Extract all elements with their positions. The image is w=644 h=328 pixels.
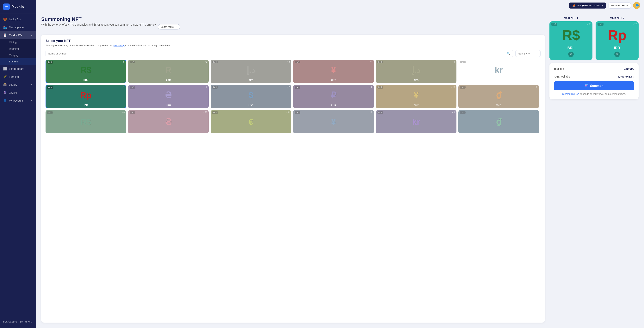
nft-card-uah[interactable]: Lv 1 ↗ 2 ₴ UAH xyxy=(128,85,209,108)
card-label: UAH xyxy=(166,104,171,107)
total-fee-row: Total fee 320,000 xyxy=(554,67,634,70)
card-badge-count: ↗ 5 xyxy=(534,61,538,63)
left-panel: Summoning NFT With the synergy of 2 NFTs… xyxy=(41,16,545,322)
sidebar-item-lucky-box[interactable]: 🎁 Lucky Box xyxy=(0,15,36,23)
sidebar-item-leaderboard[interactable]: 📊 Leaderboard xyxy=(0,65,36,73)
avatar[interactable]: 🧢 xyxy=(633,2,640,9)
card-badge-lv: Lv 1 xyxy=(47,86,53,89)
farming-icon: 🌾 xyxy=(3,75,7,79)
page-title: Summoning NFT xyxy=(41,16,545,22)
slot2-remove-button[interactable]: ✕ xyxy=(614,52,620,57)
sidebar-item-card-nfts[interactable]: 🃏 Card NFTs ▲ xyxy=(0,31,36,39)
slot2-name: IDR xyxy=(614,46,620,50)
nft-card-row3b[interactable]: Lv 1 ↗ 16 ₴ xyxy=(128,110,209,133)
card-badge-count: ↗ 1 xyxy=(452,111,455,113)
card-symbol: Rp xyxy=(47,87,124,104)
card-badge-count: ↗ 8 xyxy=(287,61,290,63)
card-symbol: ₫ xyxy=(460,112,538,132)
sidebar-item-label: Card NFTs xyxy=(9,34,29,37)
card-badge-count: ↗ 16 xyxy=(203,111,207,113)
sort-by-dropdown[interactable]: Sort By ▾ xyxy=(515,50,540,57)
card-badge-count: ↗ 5 xyxy=(204,61,207,63)
nft-card-sek[interactable]: Lv 1 ↗ 5 kr SEK xyxy=(458,60,539,83)
arrow-up-icon: ↗ xyxy=(587,23,589,25)
nft-card-idr[interactable]: Lv 1 ↗ 2 Rp IDR xyxy=(46,85,126,108)
fee-section: Total fee 320,000 FXB Available 3,403,94… xyxy=(550,63,638,99)
card-badge-lv: Lv 1 xyxy=(460,86,466,89)
sidebar-logo: fxbox.io xyxy=(0,0,36,14)
card-label: VND xyxy=(496,104,501,107)
card-symbol: ¥ xyxy=(377,87,455,104)
slot1-remove-button[interactable]: ✕ xyxy=(568,52,574,57)
card-label: BRL xyxy=(84,79,88,81)
search-icon: 🔍 xyxy=(507,52,510,55)
card-symbol: د.إ xyxy=(377,62,455,79)
search-input[interactable] xyxy=(48,52,507,55)
nft-card-cny2[interactable]: Lv 1 ↗ 18 ¥ CNY xyxy=(376,85,456,108)
card-badge-count: ↗ 2 xyxy=(204,86,207,88)
sidebar-item-my-account[interactable]: 👤 My Account ▼ xyxy=(0,97,36,105)
sidebar-item-farming[interactable]: 🌾 Farming xyxy=(0,73,36,81)
probability-link[interactable]: probability xyxy=(113,44,124,47)
slot2-badge-lv: Lv 1 xyxy=(598,23,604,26)
slot1-badge-lv: Lv 1 xyxy=(552,23,558,26)
card-symbol: ₴ xyxy=(130,112,207,132)
topbar: 🦊 Add $FXB to MetaMask 0x1b9e...8BA6 🧢 xyxy=(36,0,644,11)
sidebar-footer: FXB $0.0915 TVL $7.62M xyxy=(0,319,36,326)
card-label: IDR xyxy=(84,104,88,107)
nft-card-vnd[interactable]: Lv 1 ↗ 2 ₫ VND xyxy=(458,85,539,108)
nft-card-row3e[interactable]: Lv 1 ↗ 1 kr xyxy=(376,110,456,133)
nft-card-aed[interactable]: Lv 1 ↗ 8 د.إ AED xyxy=(210,60,291,83)
sidebar-item-marketplace[interactable]: 🏪 Marketplace xyxy=(0,23,36,31)
slot1-label-container: Main NFT 1 xyxy=(550,16,592,21)
card-badge-lv: Lv 1 xyxy=(130,61,135,63)
card-nfts-submenu: Mining Teaming Merging Summon xyxy=(0,39,36,65)
card-label: USD xyxy=(248,104,254,107)
slot2-badge-count: ↗ 2 xyxy=(633,23,637,25)
sidebar-subitem-merging[interactable]: Merging xyxy=(0,52,36,58)
sidebar-subitem-summon[interactable]: Summon xyxy=(0,58,36,65)
card-symbol: ¥ xyxy=(294,62,372,79)
card-badge-lv: Lv 1 xyxy=(295,111,300,114)
nft-card-row3a[interactable]: Lv 1 ↗ 4 R$ xyxy=(46,110,126,133)
slot1-symbol: R$ xyxy=(552,24,590,46)
search-box: 🔍 xyxy=(46,50,513,57)
nft-card-zar[interactable]: Lv 1 ↗ 5 R ZAR xyxy=(128,60,209,83)
card-badge-lv: Lv 1 xyxy=(47,61,53,64)
card-symbol: R xyxy=(130,62,207,79)
chevron-up-icon: ▲ xyxy=(30,34,33,37)
card-symbol: kr xyxy=(377,112,455,132)
sidebar-item-oracle[interactable]: 🔮 Oracle xyxy=(0,89,36,97)
sidebar-item-label: Lottery xyxy=(9,83,29,86)
sidebar-item-lottery[interactable]: 🎰 Lottery ▼ xyxy=(0,81,36,89)
nft-card-row3d[interactable]: Lv 1 ↗ 8 ¥ xyxy=(293,110,374,133)
card-symbol: € xyxy=(212,112,290,132)
summon-button[interactable]: ⚗️ Summon xyxy=(554,81,634,90)
nft-card-brl[interactable]: Lv 1 ↗ 2 R$ BRL xyxy=(46,60,126,83)
slot1-badge-count: ↗ 2 xyxy=(587,23,590,25)
fxb-available-value: 3,403,946.84 xyxy=(617,75,634,78)
summoning-fee-link[interactable]: Summoning fee xyxy=(562,93,579,95)
slot2-symbol: Rp xyxy=(598,24,637,46)
nft-card-cny[interactable]: Lv 1 ↗ 4 ¥ CNY xyxy=(293,60,374,83)
sidebar-subitem-mining[interactable]: Mining xyxy=(0,39,36,46)
wallet-address-button[interactable]: 0x1b9e...8BA6 xyxy=(608,3,631,9)
nft-card-row3f[interactable]: Lv 1 ↗ 2 ₫ xyxy=(458,110,539,133)
add-fxb-metamask-button[interactable]: 🦊 Add $FXB to MetaMask xyxy=(569,3,606,9)
card-badge-lv: Lv 1 xyxy=(212,111,218,114)
card-symbol: ¥ xyxy=(294,112,372,132)
sidebar-item-label: Leaderboard xyxy=(9,67,33,70)
card-badge-count: ↗ 4 xyxy=(122,111,125,113)
right-panel: Main NFT 1 Main NFT 2 Lv 1 ↗ 2 R$ BRL ✕ xyxy=(550,16,638,322)
nft-slots: Lv 1 ↗ 2 R$ BRL ✕ Lv 1 ↗ 2 Rp xyxy=(550,21,638,60)
sidebar-subitem-teaming[interactable]: Teaming xyxy=(0,46,36,52)
nft-card-usd[interactable]: Lv 1 ↗ 2 $ USD xyxy=(210,85,291,108)
card-badge-lv: Lv 1 xyxy=(295,86,300,89)
nft-card-aed2[interactable]: Lv 1 ↗ 4 د.إ AED xyxy=(376,60,456,83)
learn-more-button[interactable]: Learn more → xyxy=(158,24,180,30)
nft-card-row3c[interactable]: Lv 1 ↗ 51 € xyxy=(210,110,291,133)
card-badge-count: ↗ 4 xyxy=(370,61,372,63)
subtitle-row: With the synergy of 2 NFTs Currencies an… xyxy=(41,23,545,31)
my-account-icon: 👤 xyxy=(3,99,7,102)
nft-card-rur[interactable]: Lv 1 ↗ 2 ₽ RUR xyxy=(293,85,374,108)
